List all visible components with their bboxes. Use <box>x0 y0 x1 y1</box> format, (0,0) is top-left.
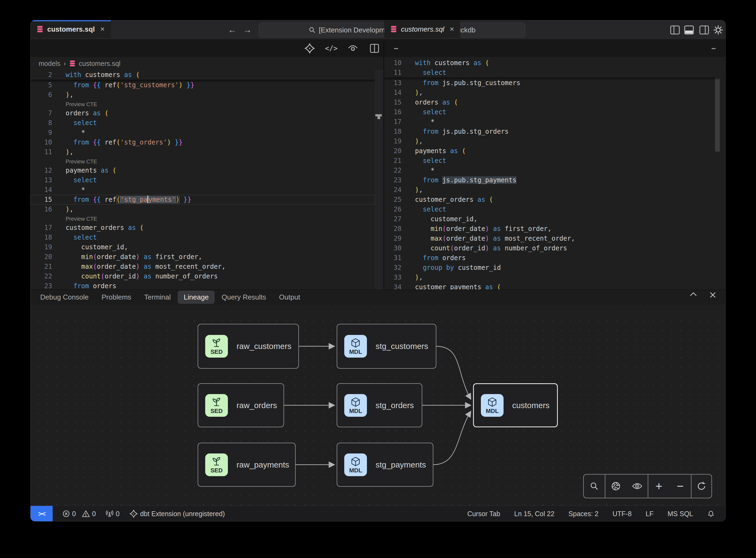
tab-customers-sql-left[interactable]: customers.sql × <box>30 20 111 38</box>
code-line-right-24[interactable]: 24), <box>384 185 720 195</box>
zoom-out-button[interactable]: − <box>672 478 688 494</box>
code-line-right-19[interactable]: 19), <box>384 136 720 146</box>
toggle-secondary-sidebar-icon[interactable] <box>699 25 709 35</box>
line-number[interactable]: 17 <box>384 117 401 127</box>
status-cursor-tab[interactable]: Cursor Tab <box>467 510 500 518</box>
line-number[interactable]: 5 <box>30 80 52 90</box>
lineage-snapshot-icon[interactable] <box>608 478 624 494</box>
status-utf-8[interactable]: UTF-8 <box>612 510 632 518</box>
code-line-left-22[interactable]: 22 count(order_id) as number_of_orders <box>30 272 375 281</box>
code-line-right-26[interactable]: 26 select <box>384 204 720 214</box>
line-number[interactable]: 23 <box>384 175 401 185</box>
panel-tab-problems[interactable]: Problems <box>102 293 131 301</box>
lineage-node-stg_payments[interactable]: MDLstg_payments <box>337 443 433 487</box>
status-ln-15-col-22[interactable]: Ln 15, Col 22 <box>514 510 554 518</box>
line-number[interactable]: 22 <box>384 166 401 175</box>
code-line-left-11[interactable]: 11), <box>30 147 375 157</box>
more-actions-icon[interactable]: ⋯ <box>708 43 720 54</box>
panel-tab-query-results[interactable]: Query Results <box>222 293 266 301</box>
code-line-right-34[interactable]: 34customer_payments as ( <box>384 282 720 289</box>
line-number[interactable]: 24 <box>384 185 401 195</box>
line-number[interactable]: 12 <box>30 166 52 175</box>
line-number[interactable]: 2 <box>30 70 52 80</box>
code-line-right-28[interactable]: 28 min(order_date) as first_order, <box>384 224 720 234</box>
code-line-right-13[interactable]: 13 from js.pub.stg_customers <box>384 78 720 88</box>
line-number[interactable]: 20 <box>384 146 401 156</box>
lineage-node-stg_orders[interactable]: MDLstg_orders <box>337 383 422 427</box>
left-editor-scrollbar[interactable] <box>375 70 383 289</box>
code-line-left-18[interactable]: 18 select <box>30 232 375 242</box>
code-line-left-8[interactable]: 8 select <box>30 118 375 128</box>
code-line-right-30[interactable]: 30 count(order_id) as number_of_orders <box>384 243 720 253</box>
remote-indicator[interactable]: >< <box>30 506 53 521</box>
line-number[interactable]: 20 <box>30 252 52 262</box>
status-lf[interactable]: LF <box>646 510 653 518</box>
maximize-panel-icon[interactable] <box>689 291 697 299</box>
line-number[interactable]: 11 <box>384 68 401 77</box>
breadcrumb-file[interactable]: customers.sql <box>79 60 121 68</box>
code-line-right-17[interactable]: 17 * <box>384 117 720 127</box>
problems-status[interactable]: 0 0 <box>62 510 96 518</box>
code-line-right-22[interactable]: 22 * <box>384 166 720 175</box>
code-line-left-17[interactable]: 17customer_orders as ( <box>30 223 375 232</box>
close-panel-icon[interactable] <box>709 291 716 299</box>
code-line-right-16[interactable]: 16 select <box>384 107 720 117</box>
code-line-right-11[interactable]: 11 select <box>384 68 720 77</box>
code-line-left-15[interactable]: 15 from {{ ref('stg_payments') }} <box>30 195 375 204</box>
code-line-right-31[interactable]: 31 from orders <box>384 253 720 263</box>
code-line-left-23[interactable]: 23 from orders <box>30 281 375 289</box>
code-line-right-29[interactable]: 29 max(order_date) as most_recent_order, <box>384 234 720 243</box>
line-number[interactable]: 9 <box>30 128 52 137</box>
lineage-node-raw_customers[interactable]: SEDraw_customers <box>198 324 299 369</box>
line-number[interactable]: 21 <box>384 156 401 166</box>
code-line-right-32[interactable]: 32 group by customer_id <box>384 263 720 273</box>
lineage-node-raw_orders[interactable]: SEDraw_orders <box>198 383 284 427</box>
line-number[interactable]: 16 <box>30 204 52 214</box>
close-tab-icon[interactable]: × <box>449 25 454 33</box>
line-number[interactable]: 27 <box>384 214 401 224</box>
line-number[interactable]: 7 <box>30 108 52 118</box>
settings-gear-icon[interactable] <box>713 25 724 35</box>
code-line-right-15[interactable]: 15orders as ( <box>384 98 720 107</box>
line-number[interactable]: 32 <box>384 263 401 273</box>
code-line-left-16[interactable]: 16), <box>30 204 375 214</box>
refresh-lineage-icon[interactable] <box>693 478 709 494</box>
split-editor-icon[interactable] <box>369 43 381 54</box>
back-icon[interactable]: ← <box>227 24 238 35</box>
line-number[interactable]: 34 <box>384 282 401 289</box>
zoom-in-button[interactable]: + <box>651 478 667 494</box>
line-number[interactable]: 18 <box>384 127 401 136</box>
lineage-node-customers[interactable]: MDLcustomers <box>473 383 558 427</box>
ports-status[interactable]: 0 <box>106 510 120 518</box>
line-number[interactable]: 21 <box>30 262 52 272</box>
line-number[interactable]: 31 <box>384 253 401 263</box>
dbt-extension-status[interactable]: dbt Extension (unregistered) <box>129 509 225 518</box>
panel-tab-debug-console[interactable]: Debug Console <box>40 293 88 301</box>
panel-tab-terminal[interactable]: Terminal <box>144 293 171 301</box>
line-number[interactable]: 6 <box>30 90 52 100</box>
line-number[interactable]: 18 <box>30 232 52 242</box>
lineage-node-raw_payments[interactable]: SEDraw_payments <box>198 443 296 487</box>
codelens-preview-cte[interactable]: Preview CTE <box>66 214 97 223</box>
status-ms-sql[interactable]: MS SQL <box>668 510 693 518</box>
line-number[interactable]: 22 <box>30 272 52 281</box>
code-line-right-18[interactable]: 18 from js.pub.stg_orders <box>384 127 720 136</box>
line-number[interactable]: 26 <box>384 204 401 214</box>
code-line-left-10[interactable]: 10 from {{ ref('stg_orders') }} <box>30 137 375 147</box>
code-line-left-5[interactable]: 5 from {{ ref('stg_customers') }} <box>30 80 375 90</box>
codelens-preview-cte[interactable]: Preview CTE <box>66 100 97 108</box>
code-line-left-20[interactable]: 20 min(order_date) as first_order, <box>30 252 375 262</box>
more-actions-icon[interactable]: ⋯ <box>390 43 402 54</box>
status-spaces-2[interactable]: Spaces: 2 <box>568 510 598 518</box>
line-number[interactable]: 15 <box>30 195 52 204</box>
code-line-right-21[interactable]: 21 select <box>384 156 720 166</box>
codelens-preview-cte[interactable]: Preview CTE <box>66 157 97 166</box>
dbt-power-user-icon[interactable] <box>304 43 316 54</box>
editor-left[interactable]: 2with customers as ( 5 from {{ ref('stg_… <box>30 70 375 289</box>
line-number[interactable]: 30 <box>384 243 401 253</box>
code-line-left-19[interactable]: 19 customer_id, <box>30 242 375 252</box>
scrollbar-handle[interactable] <box>375 114 382 117</box>
toggle-panel-icon[interactable] <box>684 25 695 35</box>
compile-sql-icon[interactable]: </> <box>325 43 337 54</box>
line-number[interactable]: 17 <box>30 223 52 232</box>
